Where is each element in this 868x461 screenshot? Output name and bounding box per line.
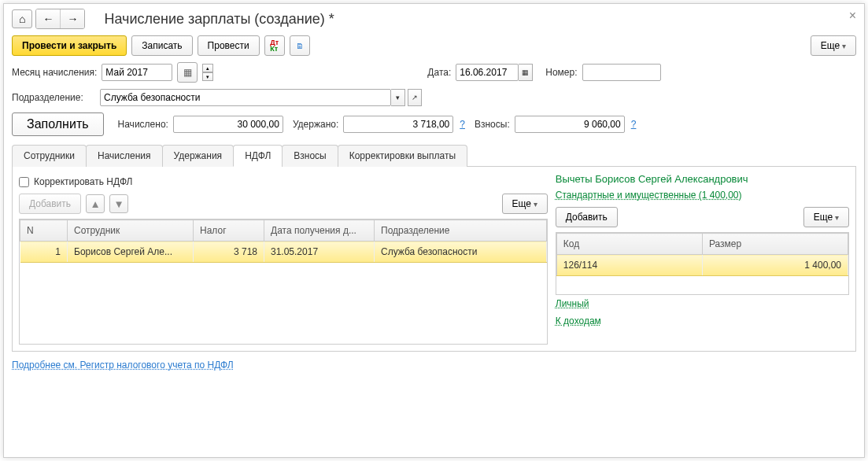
calendar-icon — [183, 67, 192, 78]
save-button[interactable]: Записать — [131, 35, 192, 56]
correct-ndfl-checkbox[interactable] — [19, 177, 29, 187]
tab-accruals[interactable]: Начисления — [86, 145, 163, 167]
month-input[interactable] — [102, 64, 172, 81]
table-row[interactable]: 126/114 1 400,00 — [556, 255, 848, 276]
tab-contributions[interactable]: Взносы — [282, 145, 338, 167]
col-subdivision[interactable]: Подразделение — [375, 220, 547, 242]
window-title: Начисление зарплаты (создание) * — [104, 11, 334, 28]
cell-subdiv: Служба безопасности — [375, 242, 547, 263]
cell-amount: 1 400,00 — [702, 255, 848, 276]
cell-n: 1 — [20, 242, 68, 263]
deductions-more-button[interactable]: Еще — [803, 207, 849, 227]
attach-button[interactable]: 🗎 — [290, 35, 310, 56]
tab-employees[interactable]: Сотрудники — [12, 145, 87, 167]
withheld-label: Удержано: — [293, 119, 338, 130]
post-button[interactable]: Провести — [198, 35, 260, 56]
subdivision-open-button[interactable]: ↗ — [408, 89, 422, 106]
withheld-help[interactable]: ? — [460, 119, 465, 130]
to-income-link[interactable]: К доходам — [556, 315, 849, 326]
table-more-button[interactable]: Еще — [502, 194, 548, 214]
tab-withholdings[interactable]: Удержания — [162, 145, 235, 167]
personal-link[interactable]: Личный — [556, 298, 849, 309]
post-and-close-button[interactable]: Провести и закрыть — [12, 35, 127, 56]
tab-corrections[interactable]: Корректировки выплаты — [338, 145, 467, 167]
date-calendar-button[interactable]: ▦ — [519, 64, 533, 81]
ndfl-table: N Сотрудник Налог Дата получения д... По… — [20, 219, 547, 263]
deductions-table: Код Размер 126/114 1 400,00 — [556, 233, 848, 276]
contrib-help[interactable]: ? — [631, 119, 637, 130]
month-label: Месяц начисления: — [12, 67, 97, 78]
deductions-heading: Вычеты Борисов Сергей Александрович — [556, 173, 849, 185]
date-input[interactable] — [456, 64, 519, 81]
back-button[interactable]: ← — [36, 9, 61, 28]
move-up-button[interactable]: ▲ — [86, 194, 105, 213]
table-row[interactable]: 1 Борисов Сергей Але... 3 718 31.05.2017… — [20, 242, 547, 263]
tab-ndfl[interactable]: НДФЛ — [233, 145, 283, 167]
contrib-label: Взносы: — [475, 119, 510, 130]
col-code[interactable]: Код — [556, 234, 702, 255]
col-amount[interactable]: Размер — [702, 234, 848, 255]
number-input[interactable] — [582, 64, 661, 81]
col-income-date[interactable]: Дата получения д... — [264, 220, 375, 242]
fill-button[interactable]: Заполнить — [12, 112, 104, 136]
subdivision-label: Подразделение: — [12, 92, 95, 103]
accrued-label: Начислено: — [118, 119, 168, 130]
col-tax[interactable]: Налог — [194, 220, 264, 242]
cell-tax: 3 718 — [194, 242, 264, 263]
std-deductions-link[interactable]: Стандартные и имущественные (1 400,00) — [556, 190, 849, 201]
accrued-input[interactable] — [173, 116, 283, 133]
date-label: Дата: — [427, 67, 451, 78]
number-label: Номер: — [545, 67, 577, 78]
cell-employee: Борисов Сергей Але... — [68, 242, 194, 263]
move-down-button[interactable]: ▼ — [109, 194, 128, 213]
col-n[interactable]: N — [20, 220, 68, 242]
deductions-add-button[interactable]: Добавить — [556, 207, 618, 227]
more-button[interactable]: Еще — [811, 35, 856, 56]
dtkt-button[interactable]: ДтКт — [264, 35, 285, 56]
cell-code: 126/114 — [556, 255, 702, 276]
correct-ndfl-label: Корректировать НДФЛ — [34, 176, 132, 187]
close-button[interactable]: × — [849, 9, 856, 23]
month-down-button[interactable]: ▾ — [202, 72, 213, 81]
withheld-input[interactable] — [343, 116, 453, 133]
cell-date: 31.05.2017 — [264, 242, 375, 263]
month-up-button[interactable]: ▴ — [202, 64, 213, 72]
contrib-input[interactable] — [515, 116, 625, 133]
add-row-button[interactable]: Добавить — [19, 194, 81, 214]
subdivision-input[interactable] — [100, 89, 391, 106]
forward-button[interactable]: → — [61, 9, 84, 28]
col-employee[interactable]: Сотрудник — [68, 220, 194, 242]
month-calendar-button[interactable] — [177, 62, 198, 83]
home-button[interactable]: ⌂ — [12, 9, 32, 28]
footer-link[interactable]: Подробнее см. Регистр налогового учета п… — [4, 352, 242, 378]
subdivision-dropdown-button[interactable]: ▾ — [391, 89, 405, 106]
